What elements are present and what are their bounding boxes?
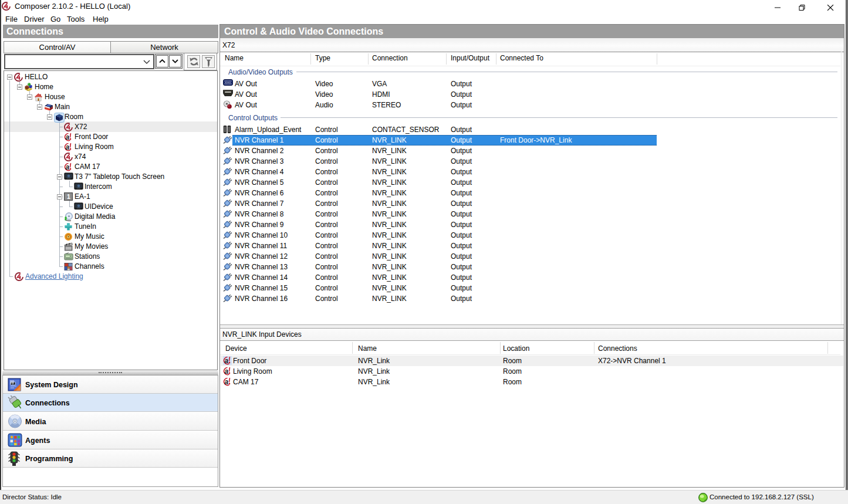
svg-text:1: 1 [67,193,70,200]
svg-text:a: a [225,377,229,385]
svg-text:a: a [66,133,70,141]
svg-text:a: a [225,367,229,375]
svg-text:a: a [66,143,70,151]
svg-text:a: a [66,163,70,171]
svg-text:a: a [225,356,229,364]
